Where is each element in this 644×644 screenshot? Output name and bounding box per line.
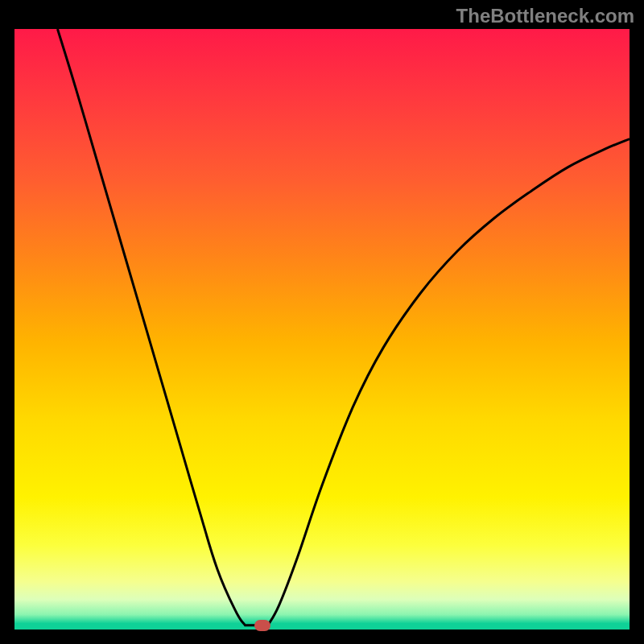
minimum-marker <box>254 620 270 631</box>
plot-area <box>14 29 630 630</box>
watermark-text: TheBottleneck.com <box>456 5 634 27</box>
chart-container: TheBottleneck.com <box>0 0 644 644</box>
curve-layer <box>14 29 630 630</box>
bottleneck-curve <box>57 29 630 625</box>
